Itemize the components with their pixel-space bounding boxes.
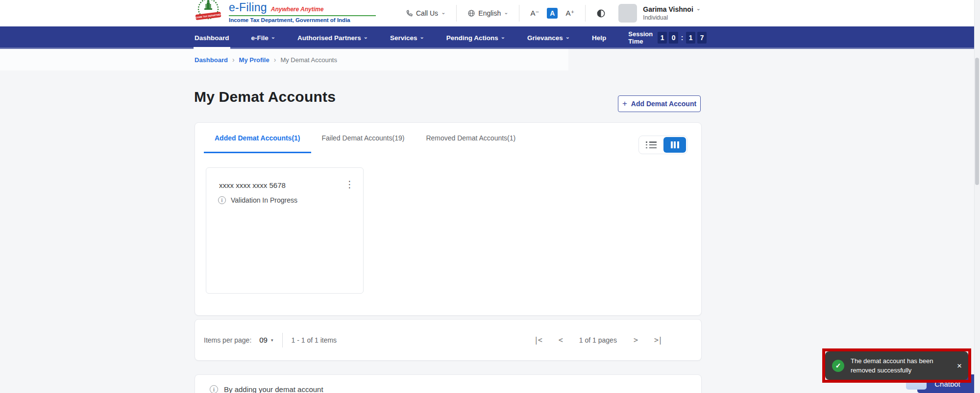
page-title: My Demat Accounts [194,89,336,105]
nav-label: Dashboard [195,34,229,42]
brand-divider [229,15,376,16]
brand-title: e-Filing [229,1,267,14]
header-controls: Call Us ⌄ English ⌄ A⁻ A A⁺ Garima Vishn… [406,0,701,26]
session-timer: Session Time 1 0 : 1 7 [628,30,707,45]
font-size-controls: A⁻ A A⁺ [530,8,574,19]
demat-account-status: i Validation In Progress [218,196,297,204]
chevron-down-icon: ⌄ [504,9,508,16]
tab-label: Removed Demat Accounts(1) [426,134,515,142]
chevron-down-icon: ⌄ [420,34,424,40]
user-avatar[interactable] [618,4,637,23]
chevron-down-icon: ⌄ [271,34,275,40]
pagination-panel: Items per page: 09 ▾ 1 - 1 of 1 items |<… [195,319,702,361]
user-info[interactable]: Garima Vishnoi ⌄ Individual [643,5,701,21]
chevron-down-icon: ▾ [271,338,273,343]
nav-item-authorised-partners[interactable]: Authorised Partners ⌄ [297,26,368,49]
chevron-down-icon: ⌄ [501,34,505,40]
tab-failed-demat-accounts[interactable]: Failed Demat Accounts(19) [311,123,416,153]
nav-item-services[interactable]: Services ⌄ [390,26,424,49]
header-divider [456,5,457,22]
pager-divider [282,333,283,347]
session-time-label: Session Time [628,30,653,45]
font-normal-button[interactable]: A [547,8,558,19]
phone-icon [406,10,413,17]
brand-text: e-Filing Anywhere Anytime Income Tax Dep… [229,1,376,23]
nav-label: Authorised Partners [297,34,361,42]
session-digit: 1 [658,32,667,44]
globe-icon [467,9,475,17]
info-icon: i [218,196,226,204]
tab-label: Failed Demat Accounts(19) [322,134,405,142]
next-page-button[interactable]: > [634,336,637,345]
breadcrumb: Dashboard › My Profile › My Demat Accoun… [195,56,337,64]
nav-label: Grievances [527,34,563,42]
call-us-menu[interactable]: Call Us ⌄ [406,9,445,17]
demat-tabs: Added Demat Accounts(1) Failed Demat Acc… [195,123,701,153]
page-count-text: 1 of 1 pages [579,336,617,344]
items-per-page-label: Items per page: [204,336,251,344]
chevron-down-icon: ⌄ [364,34,368,40]
info-banner-text: By adding your demat account [224,385,323,393]
nav-label: Pending Actions [446,34,498,42]
grid-view-icon [671,141,679,148]
demat-account-card: xxxx xxxx xxxx 5678 ⋮ i Validation In Pr… [206,167,364,294]
nav-label: e-File [251,34,269,42]
vertical-scrollbar[interactable] [974,0,980,393]
income-tax-emblem-icon: INCOME TAX DEPARTMENT [195,0,222,24]
view-toggle [638,136,687,154]
close-icon[interactable]: × [957,362,962,370]
nav-item-dashboard[interactable]: Dashboard [195,26,229,49]
pager-nav: |< < 1 of 1 pages > >| [534,336,662,345]
items-per-page-select[interactable]: 09 ▾ [259,336,273,344]
chevron-down-icon: ⌄ [696,5,701,12]
nav-label: Help [592,34,606,42]
tab-added-demat-accounts[interactable]: Added Demat Accounts(1) [204,123,311,153]
breadcrumb-dashboard-link[interactable]: Dashboard [195,56,228,64]
nav-item-help[interactable]: Help [592,26,606,49]
nav-item-grievances[interactable]: Grievances ⌄ [527,26,570,49]
contrast-toggle-icon[interactable] [596,9,606,18]
tab-label: Added Demat Accounts(1) [215,134,300,142]
info-icon: i [210,385,218,393]
chevron-down-icon: ⌄ [441,9,445,16]
header-divider [519,5,519,22]
user-role: Individual [643,14,701,21]
session-colon: : [680,34,684,42]
add-demat-account-button[interactable]: + Add Demat Account [618,95,701,112]
header-divider [585,5,586,22]
previous-page-button[interactable]: < [559,336,563,345]
nav-item-pending-actions[interactable]: Pending Actions ⌄ [446,26,505,49]
status-text: Validation In Progress [231,196,297,204]
call-us-label: Call Us [416,9,438,17]
language-label: English [478,9,501,17]
font-increase-button[interactable]: A⁺ [565,9,574,18]
items-per-page-value: 09 [259,336,268,344]
demat-account-number: xxxx xxxx xxxx 5678 [219,181,286,189]
toast-message: The demat account has been removed succe… [851,356,938,375]
nav-item-e-file[interactable]: e-File ⌄ [251,26,275,49]
session-digit: 7 [697,32,707,44]
plus-icon: + [622,99,627,109]
session-digit: 0 [669,32,678,44]
efiling-logo: INCOME TAX DEPARTMENT e-Filing Anywhere … [195,0,376,24]
top-header: INCOME TAX DEPARTMENT e-Filing Anywhere … [0,0,980,26]
user-name: Garima Vishnoi [643,5,693,13]
grid-view-button[interactable] [663,137,686,153]
tab-removed-demat-accounts[interactable]: Removed Demat Accounts(1) [415,123,526,153]
list-view-icon [646,141,657,148]
brand-tagline: Anywhere Anytime [271,6,324,13]
list-view-button[interactable] [640,137,662,153]
first-page-button[interactable]: |< [534,336,542,345]
font-decrease-button[interactable]: A⁻ [530,9,539,18]
breadcrumb-separator: › [232,56,235,64]
info-banner-panel: i By adding your demat account [195,374,702,393]
scrollbar-thumb[interactable] [975,58,979,185]
kebab-menu-icon[interactable]: ⋮ [343,178,356,191]
language-menu[interactable]: English ⌄ [467,9,508,17]
last-page-button[interactable]: >| [654,336,662,345]
breadcrumb-my-profile-link[interactable]: My Profile [239,56,270,64]
breadcrumb-separator: › [274,56,276,64]
nav-label: Services [390,34,417,42]
brand-subtitle: Income Tax Department, Government of Ind… [229,17,376,23]
session-digit: 1 [686,32,695,44]
